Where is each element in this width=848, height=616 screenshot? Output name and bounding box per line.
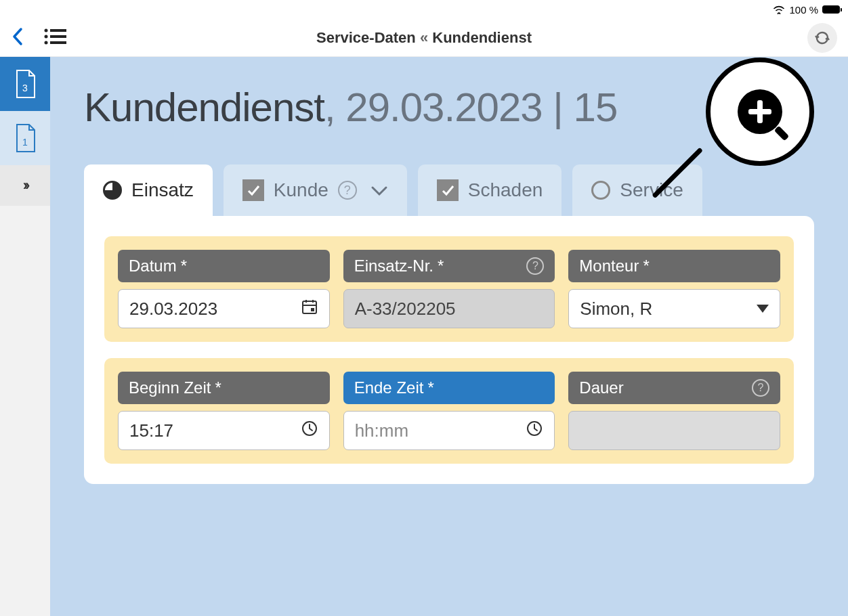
field-dauer: Dauer ? xyxy=(568,372,780,450)
tabs: Einsatz Kunde ? Schaden Servic xyxy=(84,164,814,216)
tab-einsatz[interactable]: Einsatz xyxy=(84,164,213,216)
list-icon[interactable] xyxy=(43,28,66,48)
sidebar-doc-active[interactable]: 3 xyxy=(0,57,50,111)
svg-rect-7 xyxy=(311,308,314,311)
progress-icon xyxy=(103,181,122,200)
svg-point-0 xyxy=(45,28,48,32)
tab-label: Kunde xyxy=(274,179,328,201)
calendar-icon xyxy=(301,298,318,320)
field-beginn-zeit: Beginn Zeit* 15:17 xyxy=(118,372,330,450)
datum-input[interactable]: 29.03.2023 xyxy=(118,289,330,328)
nav-bar: Service-Daten « Kundendienst xyxy=(0,19,848,57)
monteur-value: Simon, R xyxy=(580,299,652,320)
tab-label: Service xyxy=(620,179,683,201)
checkbox-checked-icon xyxy=(437,179,459,201)
refresh-button[interactable] xyxy=(807,23,837,53)
breadcrumb-sep: « xyxy=(420,29,428,46)
form-panel: Datum* 29.03.2023 Einsatz-Nr.* ? xyxy=(84,216,814,484)
field-label-ende: Ende Zeit* xyxy=(343,372,555,404)
clock-icon xyxy=(526,420,543,442)
svg-rect-5 xyxy=(50,41,66,44)
ende-input[interactable]: hh:mm xyxy=(343,411,555,450)
circle-empty-icon xyxy=(591,181,610,200)
main-content: Kundendienst, 29.03.2023 | 15 Einsatz Ku… xyxy=(50,57,848,616)
breadcrumb-left: Service-Daten xyxy=(316,29,416,46)
help-icon[interactable]: ? xyxy=(752,379,769,397)
back-button[interactable] xyxy=(11,26,24,49)
field-label-monteur: Monteur* xyxy=(568,250,780,282)
beginn-value: 15:17 xyxy=(129,420,173,441)
help-icon: ? xyxy=(338,181,357,200)
field-monteur: Monteur* Simon, R xyxy=(568,250,780,328)
battery-icon xyxy=(822,5,840,14)
field-ende-zeit: Ende Zeit* hh:mm xyxy=(343,372,555,450)
checkbox-checked-icon xyxy=(242,179,264,201)
form-row-2: Beginn Zeit* 15:17 Ende Zeit* hh:mm xyxy=(104,358,794,464)
sidebar: 3 1 ›› xyxy=(0,57,50,616)
help-icon[interactable]: ? xyxy=(526,257,544,275)
tab-schaden[interactable]: Schaden xyxy=(418,164,562,216)
heading-title: Kundendienst xyxy=(84,85,324,130)
tab-kunde[interactable]: Kunde ? xyxy=(224,164,407,216)
breadcrumb: Service-Daten « Kundendienst xyxy=(316,29,532,47)
form-row-1: Datum* 29.03.2023 Einsatz-Nr.* ? xyxy=(104,236,794,342)
doc-count-inactive: 1 xyxy=(13,137,37,148)
einsatz-nr-value: A-33/202205 xyxy=(355,299,456,320)
page-heading: Kundendienst, 29.03.2023 | 15 xyxy=(84,84,814,131)
field-label-beginn: Beginn Zeit* xyxy=(118,372,330,404)
field-label-einsatz-nr: Einsatz-Nr.* ? xyxy=(343,250,555,282)
svg-point-4 xyxy=(45,41,48,44)
sidebar-doc-inactive[interactable]: 1 xyxy=(0,111,50,165)
field-label-dauer: Dauer ? xyxy=(568,372,780,404)
status-bar: 100 % xyxy=(0,0,848,19)
doc-count-active: 3 xyxy=(13,83,37,93)
svg-rect-1 xyxy=(50,29,66,32)
breadcrumb-right: Kundendienst xyxy=(432,29,532,46)
svg-rect-6 xyxy=(303,301,316,313)
sidebar-expand[interactable]: ›› xyxy=(0,165,50,206)
clock-icon xyxy=(301,420,318,442)
svg-rect-3 xyxy=(50,35,66,38)
svg-point-2 xyxy=(45,35,48,38)
einsatz-nr-input: A-33/202205 xyxy=(343,289,555,328)
heading-subtitle: 29.03.2023 | 15 xyxy=(345,85,617,130)
field-label-datum: Datum* xyxy=(118,250,330,282)
beginn-input[interactable]: 15:17 xyxy=(118,411,330,450)
wifi-icon xyxy=(773,5,785,14)
datum-value: 29.03.2023 xyxy=(129,299,217,320)
chevron-right-double-icon: ›› xyxy=(23,177,28,194)
chevron-down-icon xyxy=(370,179,388,201)
dauer-display xyxy=(568,411,780,450)
dropdown-caret-icon xyxy=(757,305,769,313)
ende-placeholder: hh:mm xyxy=(355,420,408,441)
tab-label: Schaden xyxy=(468,179,543,201)
field-datum: Datum* 29.03.2023 xyxy=(118,250,330,328)
monteur-select[interactable]: Simon, R xyxy=(568,289,780,328)
battery-percent-label: 100 % xyxy=(789,4,818,16)
tab-service[interactable]: Service xyxy=(572,164,702,216)
field-einsatz-nr: Einsatz-Nr.* ? A-33/202205 xyxy=(343,250,555,328)
tab-label: Einsatz xyxy=(131,179,194,201)
